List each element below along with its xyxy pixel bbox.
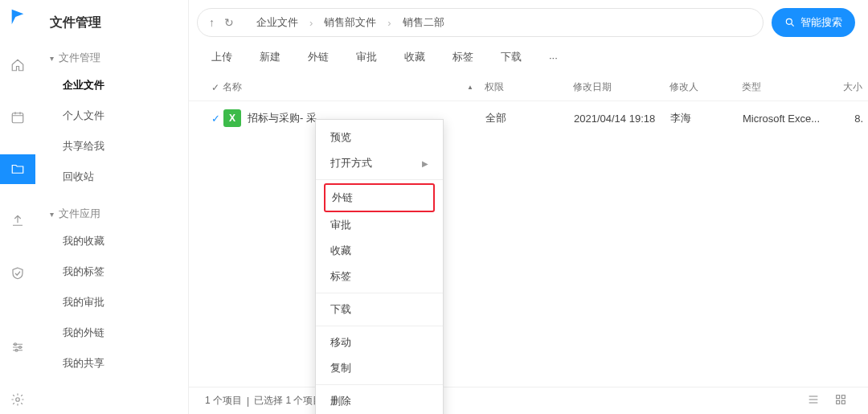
- menu-move[interactable]: 移动: [316, 330, 443, 355]
- smart-search-button[interactable]: 智能搜索: [772, 8, 855, 37]
- menu-preview[interactable]: 预览: [316, 125, 443, 150]
- menu-external-link-highlight: 外链: [324, 183, 435, 212]
- breadcrumb-item[interactable]: 销售部文件: [324, 15, 376, 30]
- sidebar-group-label: 文件应用: [59, 207, 100, 221]
- menu-open-with[interactable]: 打开方式 ▶: [316, 150, 443, 176]
- sidebar-item-personal-files[interactable]: 个人文件: [35, 100, 188, 131]
- search-icon: [784, 17, 796, 28]
- shield-icon[interactable]: [0, 258, 35, 288]
- row-checkbox[interactable]: ✓: [211, 113, 220, 125]
- context-menu: 预览 打开方式 ▶ 外链 审批 收藏 标签 下载 移动 复制 删除 重命名 版本…: [315, 119, 444, 414]
- toolbar: 上传 新建 外链 审批 收藏 标签 下载 ···: [189, 45, 868, 74]
- col-modified[interactable]: 修改日期: [573, 80, 669, 94]
- menu-external-link[interactable]: 外链: [326, 185, 433, 211]
- sidebar-item-my-shares[interactable]: 我的共享: [35, 348, 188, 379]
- refresh-icon[interactable]: ↻: [224, 16, 234, 29]
- chevron-down-icon: ▾: [50, 54, 54, 63]
- grid-view-icon[interactable]: [829, 393, 852, 408]
- col-size[interactable]: 大小: [830, 80, 862, 94]
- gear-icon[interactable]: [0, 384, 35, 414]
- svg-rect-6: [837, 396, 840, 399]
- select-all-checkbox[interactable]: ✓: [211, 82, 219, 93]
- svg-point-4: [16, 398, 20, 402]
- menu-copy[interactable]: 复制: [316, 355, 443, 381]
- chevron-right-icon: ›: [309, 17, 313, 29]
- sidebar-item-enterprise-files[interactable]: 企业文件: [35, 70, 188, 100]
- upload-icon[interactable]: [0, 207, 35, 236]
- chevron-down-icon: ▾: [50, 210, 54, 219]
- toolbar-link[interactable]: 外链: [308, 50, 329, 64]
- home-icon[interactable]: [0, 51, 35, 80]
- toolbar-tag[interactable]: 标签: [452, 50, 473, 64]
- menu-tag[interactable]: 标签: [316, 264, 443, 289]
- calendar-icon[interactable]: [0, 103, 35, 133]
- sidebar: 文件管理 ▾ 文件管理 企业文件 个人文件 共享给我 回收站 ▾ 文件应用 我的…: [35, 0, 188, 414]
- chevron-right-icon: ›: [387, 17, 391, 29]
- toolbar-favorite[interactable]: 收藏: [404, 50, 425, 64]
- toolbar-approve[interactable]: 审批: [356, 50, 377, 64]
- cell-type: Microsoft Exce...: [743, 113, 831, 125]
- menu-favorite[interactable]: 收藏: [316, 238, 443, 264]
- list-view-icon[interactable]: [802, 393, 825, 408]
- chevron-right-icon: ▶: [422, 159, 428, 168]
- status-bar: 1 个项目 | 已选择 1 个项目 8.84 KB: [189, 387, 868, 414]
- menu-download[interactable]: 下载: [316, 297, 443, 322]
- cell-modified: 2021/04/14 19:18: [574, 113, 670, 125]
- sidebar-item-recycle-bin[interactable]: 回收站: [35, 162, 188, 192]
- toolbar-more[interactable]: ···: [549, 51, 558, 64]
- sidebar-group-label: 文件管理: [59, 51, 100, 65]
- toolbar-download[interactable]: 下载: [501, 50, 522, 64]
- status-count: 1 个项目: [205, 394, 242, 408]
- col-type[interactable]: 类型: [742, 80, 830, 94]
- col-name[interactable]: 名称 ▲: [219, 80, 485, 94]
- cell-modifier: 李海: [670, 111, 743, 125]
- svg-point-5: [786, 18, 792, 24]
- cell-size: 8.: [831, 113, 863, 125]
- app-title: 文件管理: [35, 10, 188, 46]
- col-modifier[interactable]: 修改人: [669, 80, 742, 94]
- svg-rect-7: [841, 396, 845, 399]
- sidebar-item-my-links[interactable]: 我的外链: [35, 318, 188, 348]
- status-sep: |: [247, 396, 249, 407]
- svg-rect-9: [841, 400, 845, 404]
- svg-rect-8: [837, 400, 840, 404]
- nav-up-icon[interactable]: ↑: [209, 16, 215, 29]
- breadcrumb-item[interactable]: 销售二部: [403, 15, 444, 30]
- table-header: ✓ 名称 ▲ 权限 修改日期 修改人 类型 大小: [189, 74, 868, 101]
- sliders-icon[interactable]: [0, 333, 35, 363]
- excel-file-icon: X: [223, 109, 241, 127]
- left-rail: [0, 0, 35, 414]
- table-row[interactable]: ✓ X 招标与采购- 采… 全部 2021/04/14 19:18 李海 Mic…: [189, 101, 868, 135]
- address-bar[interactable]: ↑ ↻ 企业文件 › 销售部文件 › 销售二部: [197, 8, 764, 37]
- folder-icon[interactable]: [0, 154, 35, 184]
- main: ↑ ↻ 企业文件 › 销售部文件 › 销售二部 智能搜索 上传 新建 外链 审批…: [188, 0, 868, 414]
- sidebar-item-my-favorites[interactable]: 我的收藏: [35, 226, 188, 256]
- toolbar-upload[interactable]: 上传: [211, 50, 232, 64]
- logo: [9, 8, 27, 28]
- menu-delete[interactable]: 删除: [316, 388, 443, 414]
- col-permission[interactable]: 权限: [485, 80, 573, 94]
- breadcrumb-item[interactable]: 企业文件: [256, 15, 298, 30]
- cell-permission: 全部: [485, 111, 574, 125]
- search-label: 智能搜索: [800, 15, 842, 30]
- sidebar-group-file-management[interactable]: ▾ 文件管理: [35, 46, 188, 70]
- sidebar-item-my-approvals[interactable]: 我的审批: [35, 287, 188, 318]
- svg-rect-0: [12, 113, 23, 123]
- menu-approve[interactable]: 审批: [316, 212, 443, 238]
- status-selection: 已选择 1 个项目: [254, 394, 322, 408]
- sort-icon: ▲: [467, 84, 473, 91]
- sidebar-item-my-tags[interactable]: 我的标签: [35, 256, 188, 287]
- sidebar-group-file-apps[interactable]: ▾ 文件应用: [35, 202, 188, 226]
- toolbar-new[interactable]: 新建: [260, 50, 280, 64]
- sidebar-item-shared-with-me[interactable]: 共享给我: [35, 131, 188, 162]
